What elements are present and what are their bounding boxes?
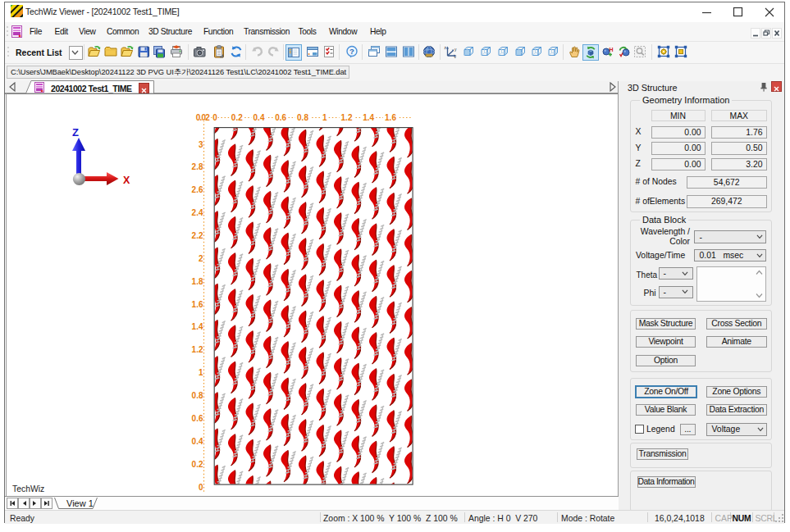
- svg-text:2: 2: [199, 254, 203, 263]
- svg-text:2.2: 2.2: [192, 231, 203, 240]
- svg-text:0.2: 0.2: [231, 113, 243, 122]
- svg-text:0.2: 0.2: [192, 460, 203, 469]
- svg-text:1.8: 1.8: [192, 277, 203, 286]
- svg-text:0: 0: [199, 483, 203, 492]
- svg-text:2.8: 2.8: [192, 162, 203, 171]
- svg-text:1: 1: [322, 113, 327, 122]
- svg-text:2.4: 2.4: [192, 208, 203, 217]
- svg-text:0: 0: [212, 113, 217, 122]
- svg-text:1.2: 1.2: [192, 345, 203, 354]
- svg-text:1.2: 1.2: [341, 113, 353, 122]
- svg-text:X: X: [123, 175, 130, 186]
- svg-text:0.8: 0.8: [192, 391, 203, 400]
- svg-text:View 1: View 1: [66, 498, 94, 508]
- svg-text:Z: Z: [72, 126, 79, 139]
- svg-text:1: 1: [199, 368, 203, 377]
- svg-text:1.6: 1.6: [192, 300, 203, 309]
- svg-text:0.6: 0.6: [275, 113, 286, 122]
- svg-text:3: 3: [199, 140, 203, 149]
- svg-text:1.4: 1.4: [363, 113, 374, 122]
- svg-text:1.4: 1.4: [192, 322, 203, 331]
- svg-text:2.6: 2.6: [192, 185, 203, 194]
- svg-text:1.6: 1.6: [385, 113, 396, 122]
- svg-text:0.6: 0.6: [192, 414, 203, 423]
- svg-text:0.4: 0.4: [192, 437, 203, 446]
- svg-text:0.8: 0.8: [297, 113, 308, 122]
- svg-text:0.4: 0.4: [253, 113, 265, 122]
- svg-text:0.02: 0.02: [196, 113, 211, 122]
